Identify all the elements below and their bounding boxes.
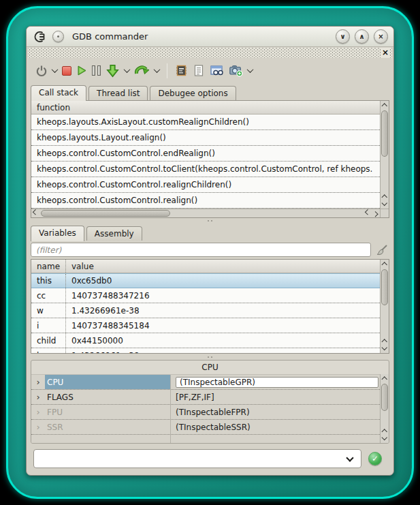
cpu-vscrollbar[interactable] bbox=[380, 374, 389, 443]
hscroll-thumb[interactable] bbox=[41, 210, 170, 217]
scroll-up-button[interactable] bbox=[381, 260, 389, 268]
scroll-up-button[interactable] bbox=[381, 374, 389, 382]
scroll-up-button[interactable] bbox=[381, 101, 389, 109]
hscroll-track[interactable] bbox=[39, 209, 364, 217]
step-over-dropdown[interactable] bbox=[155, 68, 159, 73]
run-button[interactable] bbox=[76, 65, 87, 76]
chevron-down-icon bbox=[247, 66, 254, 73]
scroll-up-button[interactable] bbox=[381, 192, 389, 200]
chevron-down-icon bbox=[382, 435, 387, 441]
value-column-header[interactable]: value bbox=[66, 262, 94, 271]
call-stack-row[interactable]: kheops.control.CustomControl.realignChil… bbox=[31, 177, 380, 193]
call-stack-header[interactable]: function bbox=[31, 101, 389, 114]
shade-button[interactable]: ∨ bbox=[336, 29, 350, 44]
call-stack-row[interactable]: kheops.control.CustomControl.toClient(kh… bbox=[31, 162, 380, 177]
cpu-row[interactable]: › FPU (TInspectableFPR) bbox=[31, 405, 380, 420]
filter-input[interactable] bbox=[31, 243, 371, 257]
call-stack-hscrollbar[interactable] bbox=[31, 209, 380, 217]
splitter-handle[interactable] bbox=[27, 354, 393, 360]
vscroll-track[interactable] bbox=[381, 268, 389, 337]
pause-button[interactable] bbox=[92, 65, 101, 76]
call-stack-row[interactable]: kheops.layouts.Layout.realign() bbox=[31, 130, 380, 146]
vscroll-thumb[interactable] bbox=[381, 110, 388, 157]
tab-debugee-options[interactable]: Debugee options bbox=[150, 86, 236, 100]
combo-chevron-down-icon[interactable] bbox=[346, 454, 353, 461]
tab-thread-list[interactable]: Thread list bbox=[88, 86, 148, 100]
log-button[interactable] bbox=[193, 64, 205, 77]
tab-assembly[interactable]: Assembly bbox=[86, 226, 142, 241]
cpu-row[interactable]: › SSR (TInspectableSSR) bbox=[31, 420, 380, 435]
vscroll-thumb[interactable] bbox=[381, 269, 388, 305]
cpu-register-name[interactable]: CPU bbox=[45, 375, 171, 389]
scroll-up-button[interactable] bbox=[381, 337, 389, 345]
watches-button[interactable] bbox=[210, 64, 224, 77]
expand-arrow-icon[interactable]: › bbox=[31, 420, 45, 434]
screenshot-stage: GDB commander ∨ ∧ × × bbox=[0, 0, 420, 505]
command-input[interactable] bbox=[34, 450, 347, 468]
call-stack-row[interactable]: kheops.control.CustomControl.endRealign(… bbox=[31, 146, 380, 162]
call-stack-vscrollbar[interactable] bbox=[380, 101, 389, 209]
power-icon bbox=[35, 65, 48, 77]
function-column-header[interactable]: function bbox=[31, 103, 70, 112]
call-stack-row[interactable]: kheops.control.CustomControl.realign() bbox=[31, 193, 380, 209]
name-column-header[interactable]: name bbox=[31, 260, 66, 273]
variable-name: i bbox=[31, 318, 66, 333]
chevron-up-icon bbox=[382, 104, 387, 109]
step-into-dropdown[interactable] bbox=[125, 68, 129, 73]
scroll-up-button[interactable] bbox=[381, 427, 389, 435]
scroll-down-button[interactable] bbox=[381, 435, 389, 443]
cpu-register-name[interactable]: FLAGS bbox=[45, 390, 171, 404]
splitter-handle[interactable] bbox=[27, 218, 393, 224]
chevron-down-icon bbox=[52, 66, 59, 73]
dock-close-icon[interactable]: × bbox=[381, 48, 389, 58]
vscroll-track[interactable] bbox=[381, 382, 389, 427]
call-stack-row[interactable]: kheops.layouts.AxisLayout.customRealignC… bbox=[31, 114, 380, 130]
stop-button[interactable] bbox=[62, 66, 71, 76]
registers-button[interactable] bbox=[175, 64, 188, 77]
cpu-register-name[interactable]: FPU bbox=[45, 405, 171, 419]
expand-arrow-icon[interactable]: › bbox=[31, 390, 45, 404]
cpu-row[interactable]: › FLAGS [PF,ZF,IF] bbox=[31, 390, 380, 405]
scroll-left-button[interactable] bbox=[364, 209, 372, 217]
execute-button[interactable]: ✓ bbox=[368, 452, 382, 465]
window-buttons: ∨ ∧ × bbox=[336, 29, 388, 44]
close-button[interactable]: × bbox=[374, 29, 388, 44]
step-into-icon bbox=[106, 64, 120, 78]
vscroll-track[interactable] bbox=[381, 109, 389, 192]
expand-arrow-icon[interactable]: › bbox=[31, 405, 45, 419]
tab-variables[interactable]: Variables bbox=[31, 226, 84, 241]
vscroll-thumb[interactable] bbox=[381, 384, 388, 411]
power-dropdown[interactable] bbox=[52, 68, 57, 73]
window-title: GDB commander bbox=[72, 31, 148, 42]
step-over-icon bbox=[134, 64, 150, 77]
variable-row[interactable]: cc 140737488347216 bbox=[31, 288, 380, 303]
chevron-up-icon bbox=[382, 377, 387, 382]
scroll-down-button[interactable] bbox=[381, 345, 389, 353]
variable-row[interactable]: i 140737488345184 bbox=[31, 318, 380, 333]
variables-vscrollbar[interactable] bbox=[380, 260, 389, 353]
step-over-button[interactable] bbox=[134, 64, 150, 77]
cpu-value-field[interactable]: (TInspectableGPR) bbox=[176, 377, 378, 388]
command-combobox[interactable] bbox=[33, 449, 361, 468]
scroll-down-button[interactable] bbox=[381, 200, 389, 209]
chevron-up-icon bbox=[382, 262, 387, 268]
tab-call-stack[interactable]: Call stack bbox=[31, 85, 86, 101]
variable-name: w bbox=[31, 303, 66, 318]
step-into-button[interactable] bbox=[106, 64, 120, 78]
dock-title-bar[interactable]: × bbox=[28, 48, 392, 58]
cpu-register-name[interactable]: SSR bbox=[45, 420, 171, 434]
maximize-button[interactable]: ∧ bbox=[355, 29, 369, 44]
variable-row[interactable]: w 1.43266961e-38 bbox=[31, 303, 380, 318]
add-watch-dropdown[interactable] bbox=[248, 68, 253, 73]
clear-filter-brush-icon[interactable] bbox=[376, 244, 388, 256]
variable-row[interactable]: this 0xc65db0 bbox=[31, 273, 380, 288]
power-button[interactable] bbox=[35, 65, 48, 77]
cpu-row[interactable]: › CPU (TInspectableGPR) bbox=[31, 375, 380, 390]
scroll-right-button[interactable] bbox=[372, 209, 380, 217]
window-menu-button[interactable] bbox=[52, 31, 64, 42]
variable-row[interactable]: h 1.43266961e-38 bbox=[31, 348, 380, 353]
expand-arrow-icon[interactable]: › bbox=[31, 375, 45, 389]
scroll-left-button[interactable] bbox=[31, 209, 39, 217]
add-watch-button[interactable] bbox=[229, 64, 243, 77]
variable-row[interactable]: child 0x44150000 bbox=[31, 333, 380, 348]
